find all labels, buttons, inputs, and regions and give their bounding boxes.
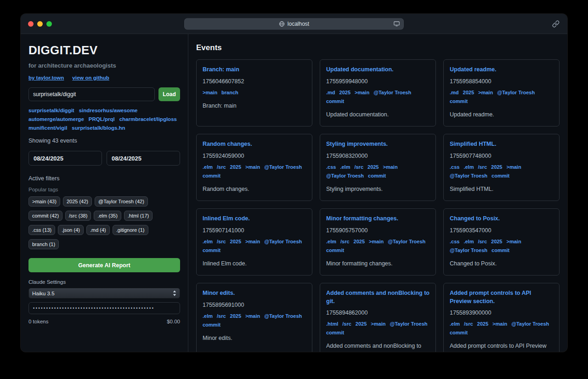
event-tag-link[interactable]: >main: [245, 239, 260, 244]
event-tag-link[interactable]: .css: [450, 164, 459, 170]
event-tag-link[interactable]: .html: [326, 321, 338, 327]
event-tag-link[interactable]: commit: [203, 247, 220, 253]
event-tag-link[interactable]: .elm: [203, 164, 213, 170]
filter-tag-button[interactable]: /src (38): [65, 211, 91, 221]
event-tag-link[interactable]: @Taylor Troesh: [450, 173, 487, 178]
event-tag-link[interactable]: branch: [221, 90, 238, 95]
event-tag-link[interactable]: @Taylor Troesh: [264, 164, 302, 170]
filter-tag-button[interactable]: branch (1): [28, 239, 59, 249]
event-tag-link[interactable]: .css: [326, 164, 336, 170]
event-tag-link[interactable]: 2025: [368, 164, 379, 170]
event-tag-link[interactable]: /src: [464, 321, 473, 327]
event-tag-link[interactable]: commit: [326, 330, 344, 335]
event-title-link[interactable]: Changed to Posix.: [450, 215, 553, 223]
event-tag-link[interactable]: >main: [383, 164, 398, 170]
repo-suggestion-link[interactable]: sindresorhus/awesome: [79, 108, 138, 113]
event-tag-link[interactable]: >main: [245, 164, 260, 170]
event-tag-link[interactable]: 2025: [491, 164, 502, 170]
event-tag-link[interactable]: /src: [217, 164, 226, 170]
event-tag-link[interactable]: 2025: [463, 90, 474, 95]
repo-suggestion-link[interactable]: surprisetalk/blogs.hn: [72, 125, 125, 131]
event-tag-link[interactable]: /src: [478, 164, 487, 170]
event-tag-link[interactable]: commit: [368, 173, 386, 178]
event-tag-link[interactable]: @Taylor Troesh: [450, 247, 487, 253]
date-from-input[interactable]: [28, 151, 102, 166]
event-tag-link[interactable]: commit: [492, 173, 509, 178]
event-tag-link[interactable]: .elm: [464, 239, 474, 244]
repo-input[interactable]: [28, 87, 155, 101]
event-title-link[interactable]: Minor formatting changes.: [326, 215, 430, 223]
event-title-link[interactable]: Styling improvements.: [326, 140, 430, 149]
event-tag-link[interactable]: 2025: [230, 239, 241, 244]
filter-tag-button[interactable]: .html (17): [124, 211, 153, 221]
event-tag-link[interactable]: /src: [217, 313, 226, 319]
display-icon[interactable]: [393, 21, 400, 27]
event-title-link[interactable]: Random changes.: [203, 140, 306, 149]
repo-suggestion-link[interactable]: PRQL/prql: [89, 116, 115, 122]
event-tag-link[interactable]: @Taylor Troesh: [390, 321, 427, 327]
event-title-link[interactable]: Branch: main: [203, 66, 306, 74]
event-tag-link[interactable]: 2025: [477, 321, 488, 327]
event-tag-link[interactable]: commit: [326, 98, 344, 104]
event-tag-link[interactable]: .md: [326, 90, 335, 95]
event-tag-link[interactable]: .elm: [203, 313, 213, 319]
event-tag-link[interactable]: .elm: [340, 164, 350, 170]
event-title-link[interactable]: Updated documentation.: [326, 66, 430, 74]
event-tag-link[interactable]: .md: [450, 90, 459, 95]
event-tag-link[interactable]: @Taylor Troesh: [497, 90, 535, 95]
filter-tag-button[interactable]: commit (42): [28, 211, 62, 221]
generate-report-button[interactable]: Generate AI Report: [28, 258, 180, 272]
event-tag-link[interactable]: .elm: [464, 164, 474, 170]
event-tag-link[interactable]: @Taylor Troesh: [388, 239, 425, 244]
event-tag-link[interactable]: >main: [478, 90, 493, 95]
event-tag-link[interactable]: >main: [245, 313, 260, 319]
event-title-link[interactable]: Added prompt controls to API Preview sec…: [450, 289, 553, 305]
filter-tag-button[interactable]: .elm (35): [94, 211, 121, 221]
event-tag-link[interactable]: >main: [492, 321, 507, 327]
event-title-link[interactable]: Added comments and nonBlocking to git.: [326, 289, 430, 305]
event-tag-link[interactable]: @Taylor Troesh: [264, 239, 302, 244]
filter-tag-button[interactable]: 2025 (42): [63, 196, 92, 207]
event-tag-link[interactable]: /src: [217, 239, 226, 244]
event-tag-link[interactable]: .css: [450, 239, 459, 244]
minimize-window-button[interactable]: [37, 21, 43, 27]
repo-suggestion-link[interactable]: surprisetalk/diggit: [28, 108, 74, 113]
event-tag-link[interactable]: commit: [203, 322, 220, 327]
zoom-window-button[interactable]: [46, 21, 52, 27]
event-tag-link[interactable]: @Taylor Troesh: [326, 173, 364, 178]
filter-tag-button[interactable]: .css (13): [28, 225, 55, 235]
event-tag-link[interactable]: >main: [369, 239, 384, 244]
event-tag-link[interactable]: 2025: [230, 313, 241, 319]
event-tag-link[interactable]: commit: [450, 330, 468, 335]
filter-tag-button[interactable]: @Taylor Troesh (42): [95, 196, 148, 207]
event-tag-link[interactable]: commit: [492, 247, 509, 253]
event-tag-link[interactable]: @Taylor Troesh: [264, 313, 302, 319]
repo-suggestion-link[interactable]: automerge/automerge: [28, 116, 84, 122]
load-button[interactable]: Load: [158, 87, 180, 101]
event-tag-link[interactable]: >main: [507, 164, 521, 170]
event-tag-link[interactable]: /src: [340, 239, 350, 244]
api-key-input[interactable]: ••••••••••••••••••••••••••••••••••••••••…: [28, 302, 180, 314]
link-icon[interactable]: [552, 20, 560, 28]
filter-tag-button[interactable]: .gitignore (1): [113, 225, 148, 235]
event-tag-link[interactable]: >main: [203, 90, 217, 95]
event-tag-link[interactable]: >main: [355, 90, 369, 95]
event-tag-link[interactable]: 2025: [339, 90, 351, 95]
event-title-link[interactable]: Minor edits.: [203, 289, 306, 298]
event-tag-link[interactable]: commit: [450, 98, 468, 104]
event-tag-link[interactable]: >main: [507, 239, 521, 244]
model-select[interactable]: Haiku 3.5: [28, 288, 180, 299]
filter-tag-button[interactable]: .json (4): [58, 225, 84, 235]
event-tag-link[interactable]: commit: [326, 247, 344, 253]
repo-suggestion-link[interactable]: munificent/vigil: [28, 125, 67, 131]
event-tag-link[interactable]: @Taylor Troesh: [373, 90, 411, 95]
event-title-link[interactable]: Simplified HTML.: [450, 140, 553, 149]
repo-suggestion-link[interactable]: charmbracelet/lipgloss: [119, 116, 177, 122]
event-tag-link[interactable]: .elm: [450, 321, 460, 327]
address-bar[interactable]: localhost: [184, 18, 404, 29]
event-tag-link[interactable]: commit: [203, 173, 220, 178]
event-tag-link[interactable]: .elm: [203, 239, 213, 244]
event-tag-link[interactable]: /src: [342, 321, 351, 327]
event-tag-link[interactable]: /src: [354, 164, 363, 170]
event-tag-link[interactable]: 2025: [491, 239, 502, 244]
